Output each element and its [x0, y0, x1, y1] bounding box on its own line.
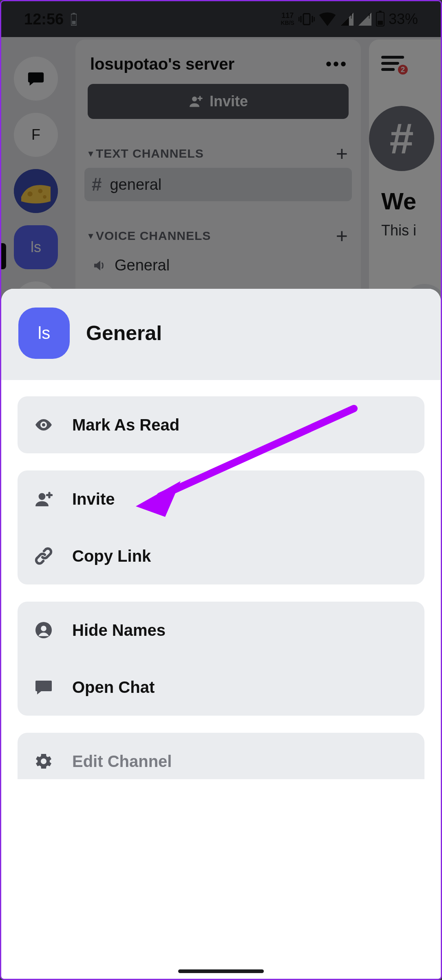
hide-names-item[interactable]: Hide Names — [18, 602, 424, 659]
open-chat-item[interactable]: Open Chat — [18, 659, 424, 716]
home-indicator[interactable] — [178, 969, 264, 973]
link-icon — [33, 545, 54, 567]
copy-link-item[interactable]: Copy Link — [18, 527, 424, 584]
svg-point-17 — [42, 423, 45, 426]
gear-icon — [33, 751, 54, 772]
chat-icon — [33, 677, 54, 698]
svg-point-18 — [39, 493, 46, 500]
invite-item[interactable]: Invite — [18, 470, 424, 527]
sheet-title: General — [86, 321, 162, 345]
mark-as-read-item[interactable]: Mark As Read — [18, 396, 424, 453]
edit-channel-item[interactable]: Edit Channel — [18, 733, 424, 779]
sheet-server-avatar: ls — [18, 308, 70, 359]
svg-point-20 — [41, 626, 46, 631]
user-circle-icon — [33, 620, 54, 641]
sheet-header: ls General — [1, 289, 441, 380]
person-add-icon — [33, 488, 54, 510]
eye-icon — [33, 414, 54, 435]
channel-actions-sheet: ls General Mark As Read Invite Copy Link… — [1, 289, 441, 979]
